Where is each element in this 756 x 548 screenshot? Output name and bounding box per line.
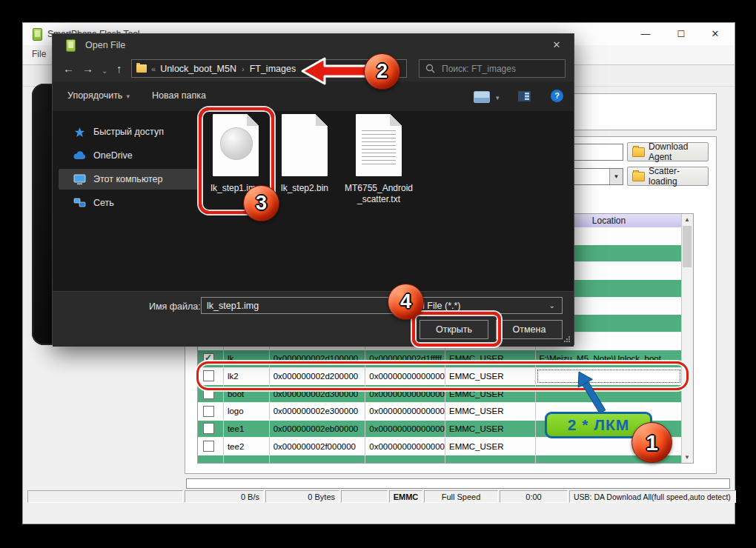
row-checkbox[interactable] (203, 441, 214, 452)
row-checkbox[interactable] (203, 423, 214, 434)
file-label: lk_step2.bin (270, 183, 339, 194)
table-row[interactable]: tee20x000000002f0000000x0000000000000000… (198, 438, 682, 455)
view-caret-icon[interactable]: ▾ (496, 94, 500, 101)
chevron-down-icon: ▾ (126, 93, 130, 100)
filename-label: Имя файла: (149, 301, 201, 312)
breadcrumb-separator-icon: › (242, 64, 245, 73)
breadcrumb-item[interactable]: Unlock_boot_M5N (160, 64, 236, 74)
breadcrumb-path: Unlock_boot_M5N›FT_images (160, 64, 296, 74)
dialog-body: Быстрый доступOneDriveЭтот компьютерСеть… (53, 111, 574, 291)
row-checkbox[interactable] (203, 406, 214, 417)
status-speed: 0 B/s (185, 490, 264, 503)
star-icon (73, 126, 86, 138)
forward-icon[interactable]: → (82, 61, 93, 76)
highlight-open-button (412, 312, 501, 347)
progress-bar (186, 478, 730, 489)
folder-icon (632, 147, 645, 157)
dropdown-caret-icon[interactable]: ▼ (609, 169, 623, 184)
cancel-button[interactable]: Отмена (496, 320, 563, 339)
start-address (270, 455, 366, 464)
close-button[interactable]: ✕ (706, 27, 724, 41)
view-thumbnails-icon[interactable] (474, 91, 490, 103)
checkbox-cell (198, 455, 224, 464)
file-tile[interactable]: MT6755_Android _scatter.txt (340, 114, 417, 205)
scroll-up-icon[interactable]: ▲ (682, 214, 692, 225)
scatter-loading-button[interactable]: Scatter-loading (627, 167, 709, 186)
partition-name: logo (224, 403, 270, 420)
region: EMMC_USER (445, 438, 536, 455)
cloud-icon (73, 150, 86, 161)
minimize-button[interactable]: — (637, 27, 654, 41)
status-bar: 0 B/s 0 Bytes EMMC Full Speed 0:00 USB: … (27, 490, 736, 503)
partition-name: tee1 (224, 421, 270, 438)
sidebar-item-computer[interactable]: Этот компьютер (59, 169, 198, 190)
dialog-titlebar[interactable]: Open File ✕ (53, 34, 574, 56)
chevron-down-icon: ⌄ (549, 301, 555, 310)
up-icon[interactable]: ↑ (116, 61, 122, 76)
dialog-app-icon (66, 39, 76, 55)
status-storage: EMMC (389, 490, 422, 503)
step-badge-4: 4 (388, 284, 424, 320)
end-address (365, 455, 445, 464)
region: EMMC_USER (445, 421, 536, 438)
start-address: 0x000000002e300000 (270, 403, 366, 420)
network-icon (73, 197, 86, 209)
maximize-button[interactable]: ☐ (672, 27, 690, 41)
file-icon-txt (356, 114, 402, 176)
checkbox-cell (198, 403, 224, 420)
region: EMMC_USER (445, 403, 536, 420)
app-icon (33, 28, 42, 44)
organize-menu[interactable]: Упорядочить▾ (67, 90, 130, 101)
end-address: 0x0000000000000000 (365, 403, 445, 420)
file-label: MT6755_Android _scatter.txt (340, 183, 417, 205)
table-filler-row (198, 455, 682, 464)
scroll-down-icon[interactable]: ▼ (682, 452, 692, 463)
screen: SmartPhone Flash Tool — ☐ ✕ File Downloa… (0, 0, 756, 548)
breadcrumb-item[interactable]: FT_images (250, 64, 296, 74)
status-bytes: 0 Bytes (265, 490, 339, 503)
sidebar-item-label: Сеть (93, 198, 114, 208)
status-segment-empty (341, 490, 388, 503)
back-icon[interactable]: ← (63, 61, 74, 76)
sidebar-item-label: Этот компьютер (93, 174, 162, 184)
end-address: 0x0000000000000000 (365, 421, 445, 438)
sidebar-item-star[interactable]: Быстрый доступ (59, 121, 198, 142)
start-address: 0x000000002eb00000 (270, 421, 366, 438)
folder-icon (632, 172, 645, 181)
search-box[interactable] (419, 59, 566, 78)
partition-name: tee2 (224, 438, 270, 455)
highlight-lk2-row (196, 361, 689, 390)
scrollbar-thumb[interactable] (683, 226, 692, 267)
help-icon[interactable]: ? (551, 90, 563, 102)
preview-pane-icon[interactable] (518, 91, 531, 101)
step-badge-3: 3 (243, 185, 279, 221)
status-link-speed: Full Speed (424, 490, 498, 503)
dialog-toolbar: Упорядочить▾ Новая папка ▾ ? (53, 81, 574, 111)
download-agent-button[interactable]: Download Agent (627, 142, 709, 161)
status-segment-empty (27, 490, 183, 503)
checkbox-cell (198, 421, 224, 438)
checkbox-cell (198, 438, 224, 455)
sidebar-item-cloud[interactable]: OneDrive (59, 145, 198, 166)
start-address: 0x000000002f000000 (270, 438, 366, 455)
end-address: 0x0000000000000000 (365, 438, 445, 455)
menu-file[interactable]: File (32, 49, 46, 59)
dialog-title: Open File (85, 40, 125, 50)
filename-input[interactable] (201, 297, 405, 314)
blue-arrow-icon (567, 369, 613, 415)
resize-grip[interactable] (563, 336, 570, 343)
step-badge-1: 1 (631, 422, 672, 463)
new-folder-button[interactable]: Новая папка (152, 90, 206, 101)
file-tile[interactable]: lk_step2.bin (270, 114, 339, 194)
step-badge-2: 2 (364, 53, 400, 90)
sidebar-item-network[interactable]: Сеть (59, 193, 198, 213)
file-icon-bin (282, 114, 328, 176)
table-scrollbar[interactable]: ▲ ▼ (681, 214, 693, 463)
search-input[interactable] (440, 63, 547, 75)
dialog-close-icon[interactable]: ✕ (548, 39, 565, 52)
history-chevron-icon[interactable]: ⌄ (102, 64, 107, 78)
breadcrumb-collapsed-icon[interactable]: « (151, 64, 156, 73)
region (445, 455, 536, 464)
folder-icon (136, 64, 147, 73)
search-icon (425, 64, 435, 73)
